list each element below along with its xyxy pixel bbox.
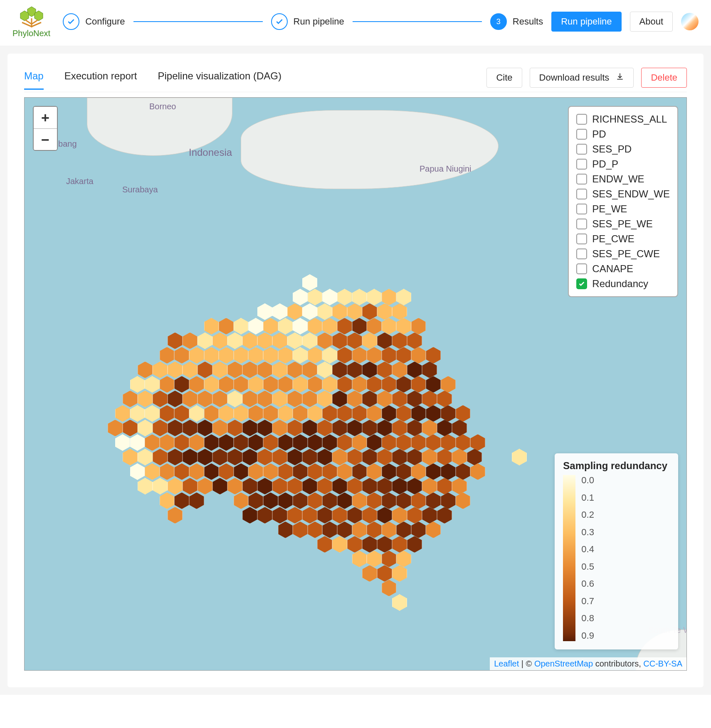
checkbox-icon <box>576 159 587 170</box>
hex-cell <box>347 303 362 320</box>
hex-cell <box>456 463 471 480</box>
hex-cell <box>219 376 234 393</box>
hex-cell <box>452 449 467 465</box>
layer-toggle-ses_pe_cwe[interactable]: SES_PE_CWE <box>576 246 670 261</box>
leaflet-link[interactable]: Leaflet <box>494 659 519 668</box>
hex-cell <box>362 536 377 553</box>
user-avatar[interactable] <box>681 13 699 30</box>
tab-report[interactable]: Execution report <box>64 70 137 90</box>
hex-cell <box>212 420 227 436</box>
hex-cell <box>174 347 189 364</box>
layer-toggle-ses_pe_we[interactable]: SES_PE_WE <box>576 216 670 231</box>
hex-cell <box>467 449 482 465</box>
hex-cell <box>219 405 234 422</box>
tab-dag[interactable]: Pipeline visualization (DAG) <box>158 70 281 90</box>
hex-cell <box>382 347 397 364</box>
hex-cell <box>189 376 204 393</box>
hex-cell <box>257 449 272 465</box>
osm-link[interactable]: OpenStreetMap <box>534 659 593 668</box>
layer-toggle-pd[interactable]: PD <box>576 127 670 142</box>
hex-cell <box>317 303 332 320</box>
hex-cell <box>272 303 287 320</box>
layer-toggle-pe_we[interactable]: PE_WE <box>576 202 670 216</box>
hex-cell <box>347 478 362 494</box>
about-button[interactable]: About <box>630 12 673 32</box>
hex-cell <box>392 420 407 436</box>
download-results-button[interactable]: Download results <box>530 68 634 88</box>
tab-bar: MapExecution reportPipeline visualizatio… <box>24 68 687 92</box>
layer-toggle-pd_p[interactable]: PD_P <box>576 157 670 172</box>
zoom-in-button[interactable]: + <box>34 107 57 128</box>
hex-cell <box>257 303 272 320</box>
hex-cell <box>219 463 234 480</box>
hex-cell <box>411 434 426 451</box>
hex-cell <box>293 289 308 305</box>
hex-cell <box>160 492 175 509</box>
hex-cell <box>407 391 422 407</box>
results-map[interactable]: Borneo Indonesia Jakarta Surabaya Papua … <box>24 97 687 671</box>
hex-cell <box>293 463 308 480</box>
step-results[interactable]: 3 Results <box>490 13 543 30</box>
hex-cell <box>377 478 392 494</box>
hex-cell <box>362 565 377 582</box>
hex-overlay <box>108 276 544 650</box>
hex-cell <box>287 362 302 378</box>
hex-cell <box>322 434 337 451</box>
hex-cell <box>130 376 145 393</box>
hex-cell <box>317 420 332 436</box>
hex-cell <box>396 347 411 364</box>
hex-cell <box>287 332 302 349</box>
hex-cell <box>337 405 352 422</box>
layer-toggle-endw_we[interactable]: ENDW_WE <box>576 172 670 187</box>
hex-cell <box>367 551 382 567</box>
layer-toggle-pe_cwe[interactable]: PE_CWE <box>576 231 670 246</box>
run-pipeline-button[interactable]: Run pipeline <box>551 12 621 32</box>
delete-button[interactable]: Delete <box>641 68 687 88</box>
hex-cell <box>437 391 452 407</box>
hex-cell <box>332 332 347 349</box>
place-label: Jakarta <box>66 177 94 186</box>
layer-toggle-ses_endw_we[interactable]: SES_ENDW_WE <box>576 187 670 202</box>
hex-cell <box>189 405 204 422</box>
hex-cell <box>242 332 257 349</box>
layer-toggle-redundancy[interactable]: Redundancy <box>576 276 670 291</box>
zoom-out-button[interactable]: − <box>34 128 57 150</box>
hex-cell <box>248 318 263 334</box>
hex-cell <box>382 376 397 393</box>
checkbox-icon <box>576 263 587 274</box>
hex-cell <box>308 376 323 393</box>
legend-tick: 0.1 <box>581 492 594 503</box>
tab-map[interactable]: Map <box>24 70 44 90</box>
hex-cell <box>332 536 347 553</box>
hex-cell <box>278 521 293 538</box>
hex-cell <box>160 376 175 393</box>
hex-cell <box>362 449 377 465</box>
legend-tick: 0.0 <box>581 475 594 486</box>
hex-cell <box>441 405 456 422</box>
layer-toggle-canape[interactable]: CANAPE <box>576 261 670 276</box>
hex-cell <box>219 434 234 451</box>
cite-button[interactable]: Cite <box>486 68 522 88</box>
hex-cell <box>317 478 332 494</box>
hex-cell <box>263 376 278 393</box>
checkbox-icon <box>576 114 587 125</box>
license-link[interactable]: CC-BY-SA <box>643 659 682 668</box>
layer-toggle-ses_pd[interactable]: SES_PD <box>576 142 670 157</box>
step-configure[interactable]: Configure <box>63 13 125 30</box>
hex-cell <box>168 332 183 349</box>
hex-cell <box>332 507 347 524</box>
hex-cell <box>293 521 308 538</box>
hex-cell <box>377 391 392 407</box>
hex-cell <box>347 420 362 436</box>
hex-cell <box>302 303 317 320</box>
hex-cell <box>242 449 257 465</box>
hex-cell <box>278 405 293 422</box>
app-header: PhyloNext Configure Run pipeline 3 Resul… <box>0 0 711 46</box>
hex-cell <box>257 478 272 494</box>
hex-cell <box>396 376 411 393</box>
layer-toggle-richness_all[interactable]: RICHNESS_ALL <box>576 112 670 127</box>
hex-cell <box>204 434 219 451</box>
hex-cell <box>411 492 426 509</box>
step-run-pipeline[interactable]: Run pipeline <box>271 13 344 30</box>
hex-cell <box>198 420 212 436</box>
